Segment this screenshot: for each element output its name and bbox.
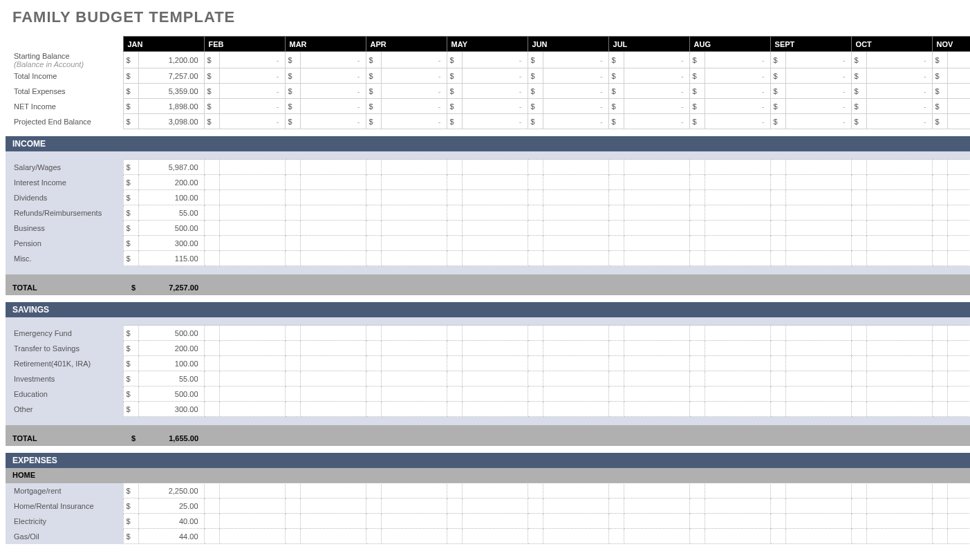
detail-empty[interactable] bbox=[947, 175, 970, 190]
detail-empty[interactable] bbox=[543, 205, 608, 221]
detail-empty[interactable] bbox=[866, 326, 932, 341]
detail-empty[interactable] bbox=[689, 529, 705, 544]
detail-value[interactable]: 300.00 bbox=[138, 402, 204, 417]
summary-currency[interactable]: $ bbox=[770, 84, 785, 99]
detail-value[interactable]: 55.00 bbox=[138, 205, 204, 221]
detail-currency[interactable]: $ bbox=[123, 236, 138, 251]
detail-value[interactable]: 5,987.00 bbox=[138, 160, 204, 175]
detail-value[interactable]: 55.00 bbox=[138, 371, 204, 386]
detail-empty[interactable] bbox=[785, 326, 851, 341]
detail-empty[interactable] bbox=[447, 483, 462, 498]
detail-empty[interactable] bbox=[624, 326, 689, 341]
detail-empty[interactable] bbox=[219, 221, 285, 236]
detail-value[interactable]: 500.00 bbox=[138, 221, 204, 236]
detail-empty[interactable] bbox=[528, 529, 543, 544]
summary-currency[interactable]: $ bbox=[447, 84, 462, 99]
detail-empty[interactable] bbox=[624, 251, 689, 266]
summary-currency[interactable]: $ bbox=[608, 114, 624, 129]
detail-empty[interactable] bbox=[219, 205, 285, 221]
detail-empty[interactable] bbox=[689, 514, 705, 529]
detail-empty[interactable] bbox=[770, 529, 785, 544]
detail-empty[interactable] bbox=[947, 221, 970, 236]
detail-empty[interactable] bbox=[366, 160, 381, 175]
detail-empty[interactable] bbox=[851, 190, 866, 205]
summary-currency[interactable]: $ bbox=[123, 52, 138, 68]
summary-currency[interactable]: $ bbox=[204, 114, 219, 129]
detail-empty[interactable] bbox=[705, 371, 770, 386]
detail-empty[interactable] bbox=[608, 341, 624, 356]
detail-value[interactable]: 500.00 bbox=[138, 326, 204, 341]
detail-empty[interactable] bbox=[447, 160, 462, 175]
summary-currency[interactable]: $ bbox=[366, 84, 381, 99]
summary-value[interactable]: - bbox=[300, 114, 366, 129]
detail-empty[interactable] bbox=[300, 160, 366, 175]
detail-empty[interactable] bbox=[705, 386, 770, 402]
detail-empty[interactable] bbox=[689, 205, 705, 221]
detail-value[interactable]: 100.00 bbox=[138, 356, 204, 371]
detail-empty[interactable] bbox=[462, 341, 528, 356]
detail-empty[interactable] bbox=[381, 498, 447, 514]
detail-empty[interactable] bbox=[705, 498, 770, 514]
detail-empty[interactable] bbox=[447, 386, 462, 402]
detail-empty[interactable] bbox=[204, 205, 219, 221]
detail-empty[interactable] bbox=[932, 160, 947, 175]
detail-empty[interactable] bbox=[219, 514, 285, 529]
summary-value[interactable]: 1,200.00 bbox=[138, 52, 204, 68]
detail-currency[interactable]: $ bbox=[123, 205, 138, 221]
summary-currency[interactable]: $ bbox=[447, 114, 462, 129]
detail-empty[interactable] bbox=[543, 190, 608, 205]
summary-currency[interactable]: $ bbox=[851, 99, 866, 114]
summary-currency[interactable]: $ bbox=[932, 99, 947, 114]
detail-empty[interactable] bbox=[366, 498, 381, 514]
detail-empty[interactable] bbox=[543, 529, 608, 544]
detail-currency[interactable]: $ bbox=[123, 160, 138, 175]
detail-empty[interactable] bbox=[381, 326, 447, 341]
detail-empty[interactable] bbox=[366, 190, 381, 205]
summary-value[interactable]: - bbox=[866, 99, 932, 114]
detail-value[interactable]: 200.00 bbox=[138, 175, 204, 190]
summary-currency[interactable]: $ bbox=[204, 84, 219, 99]
detail-currency[interactable]: $ bbox=[123, 326, 138, 341]
detail-empty[interactable] bbox=[381, 251, 447, 266]
summary-currency[interactable]: $ bbox=[285, 99, 300, 114]
detail-empty[interactable] bbox=[851, 236, 866, 251]
detail-empty[interactable] bbox=[381, 371, 447, 386]
detail-empty[interactable] bbox=[947, 326, 970, 341]
detail-empty[interactable] bbox=[285, 483, 300, 498]
detail-empty[interactable] bbox=[785, 356, 851, 371]
detail-empty[interactable] bbox=[300, 326, 366, 341]
detail-empty[interactable] bbox=[543, 326, 608, 341]
summary-currency[interactable]: $ bbox=[366, 52, 381, 68]
detail-empty[interactable] bbox=[528, 402, 543, 417]
detail-empty[interactable] bbox=[624, 371, 689, 386]
summary-currency[interactable]: $ bbox=[123, 68, 138, 84]
detail-empty[interactable] bbox=[462, 498, 528, 514]
detail-empty[interactable] bbox=[932, 402, 947, 417]
detail-empty[interactable] bbox=[219, 175, 285, 190]
summary-value[interactable]: - bbox=[462, 52, 528, 68]
detail-empty[interactable] bbox=[770, 356, 785, 371]
detail-empty[interactable] bbox=[851, 356, 866, 371]
detail-empty[interactable] bbox=[366, 371, 381, 386]
detail-empty[interactable] bbox=[204, 529, 219, 544]
detail-empty[interactable] bbox=[608, 251, 624, 266]
detail-empty[interactable] bbox=[947, 160, 970, 175]
detail-empty[interactable] bbox=[300, 251, 366, 266]
summary-value[interactable]: - bbox=[624, 114, 689, 129]
detail-empty[interactable] bbox=[947, 514, 970, 529]
detail-empty[interactable] bbox=[785, 190, 851, 205]
detail-empty[interactable] bbox=[932, 356, 947, 371]
detail-empty[interactable] bbox=[624, 190, 689, 205]
detail-empty[interactable] bbox=[851, 205, 866, 221]
summary-value[interactable]: 7,257.00 bbox=[138, 68, 204, 84]
detail-empty[interactable] bbox=[366, 251, 381, 266]
detail-empty[interactable] bbox=[285, 190, 300, 205]
summary-value[interactable]: - bbox=[219, 68, 285, 84]
detail-empty[interactable] bbox=[204, 356, 219, 371]
detail-empty[interactable] bbox=[947, 205, 970, 221]
summary-currency[interactable]: $ bbox=[204, 52, 219, 68]
detail-empty[interactable] bbox=[528, 221, 543, 236]
detail-empty[interactable] bbox=[447, 498, 462, 514]
detail-empty[interactable] bbox=[285, 341, 300, 356]
detail-empty[interactable] bbox=[528, 236, 543, 251]
